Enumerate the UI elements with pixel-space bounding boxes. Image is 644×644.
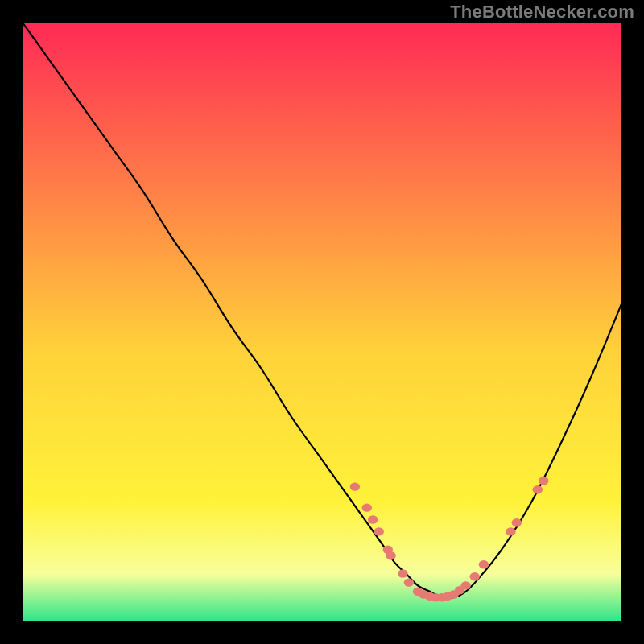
scatter-dot [479, 560, 489, 568]
scatter-dot [506, 527, 515, 535]
scatter-dot [533, 485, 543, 493]
watermark-text: TheBottleNecker.com [450, 2, 634, 23]
chart-frame: TheBottleNecker.com [0, 0, 644, 644]
scatter-dot [398, 569, 407, 577]
scatter-dot [512, 518, 522, 526]
scatter-dot [374, 527, 384, 535]
scatter-dot [362, 503, 372, 511]
scatter-dot [368, 515, 378, 523]
plot-svg [23, 23, 621, 621]
scatter-dot [470, 572, 480, 580]
scatter-dot [539, 477, 548, 485]
scatter-dot [386, 551, 395, 559]
plot-area [23, 23, 621, 621]
scatter-dot [404, 578, 414, 586]
scatter-dot [460, 581, 470, 589]
scatter-dot [350, 482, 360, 490]
gradient-background [23, 23, 621, 621]
